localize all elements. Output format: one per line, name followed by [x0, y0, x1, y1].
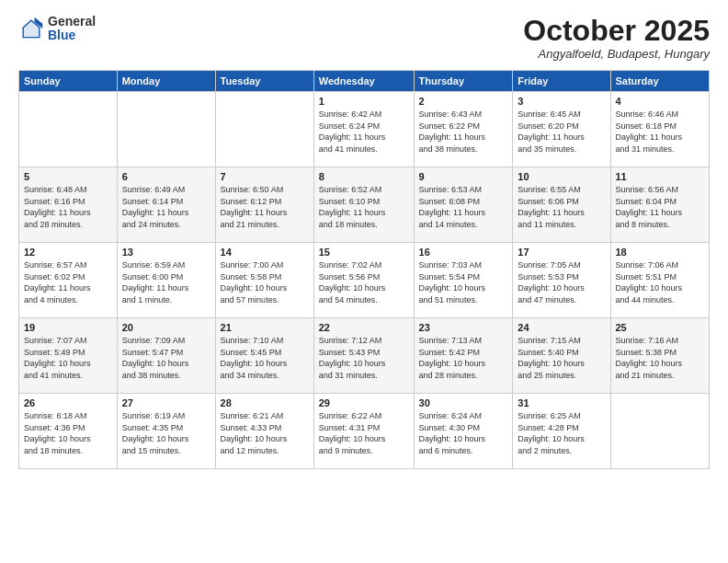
day-info: Sunrise: 7:07 AMSunset: 5:49 PMDaylight:…	[24, 335, 112, 381]
day-number: 23	[419, 322, 508, 333]
day-number: 30	[419, 397, 508, 408]
calendar-cell: 5Sunrise: 6:48 AMSunset: 6:16 PMDaylight…	[19, 167, 118, 243]
day-number: 24	[518, 322, 605, 333]
day-info: Sunrise: 6:59 AMSunset: 6:00 PMDaylight:…	[122, 259, 210, 305]
day-info: Sunrise: 7:06 AMSunset: 5:51 PMDaylight:…	[616, 259, 705, 305]
calendar-cell: 30Sunrise: 6:24 AMSunset: 4:30 PMDayligh…	[414, 394, 513, 469]
calendar-cell	[117, 92, 215, 167]
calendar-cell: 22Sunrise: 7:12 AMSunset: 5:43 PMDayligh…	[313, 318, 414, 394]
week-row-5: 26Sunrise: 6:18 AMSunset: 4:36 PMDayligh…	[19, 394, 710, 469]
day-number: 8	[319, 171, 409, 182]
calendar-cell: 13Sunrise: 6:59 AMSunset: 6:00 PMDayligh…	[117, 243, 215, 318]
calendar-cell	[610, 394, 710, 469]
day-info: Sunrise: 6:48 AMSunset: 6:16 PMDaylight:…	[24, 184, 112, 230]
calendar-cell: 12Sunrise: 6:57 AMSunset: 6:02 PMDayligh…	[19, 243, 118, 318]
calendar-cell: 18Sunrise: 7:06 AMSunset: 5:51 PMDayligh…	[610, 243, 710, 318]
calendar-cell: 8Sunrise: 6:52 AMSunset: 6:10 PMDaylight…	[313, 167, 414, 243]
day-number: 17	[518, 247, 605, 258]
day-number: 20	[122, 322, 210, 333]
week-row-3: 12Sunrise: 6:57 AMSunset: 6:02 PMDayligh…	[19, 243, 710, 318]
col-friday: Friday	[513, 71, 610, 92]
day-info: Sunrise: 6:43 AMSunset: 6:22 PMDaylight:…	[419, 109, 508, 155]
day-info: Sunrise: 6:53 AMSunset: 6:08 PMDaylight:…	[419, 184, 508, 230]
day-info: Sunrise: 6:52 AMSunset: 6:10 PMDaylight:…	[319, 184, 409, 230]
calendar-cell: 26Sunrise: 6:18 AMSunset: 4:36 PMDayligh…	[19, 394, 118, 469]
day-info: Sunrise: 7:02 AMSunset: 5:56 PMDaylight:…	[319, 259, 409, 305]
calendar-header-row: Sunday Monday Tuesday Wednesday Thursday…	[19, 71, 710, 92]
calendar-cell: 20Sunrise: 7:09 AMSunset: 5:47 PMDayligh…	[117, 318, 215, 394]
col-tuesday: Tuesday	[215, 71, 313, 92]
day-number: 6	[122, 171, 210, 182]
day-number: 25	[616, 322, 705, 333]
header: General Blue October 2025 Angyalfoeld, B…	[18, 15, 710, 61]
day-number: 7	[221, 171, 309, 182]
calendar-cell: 9Sunrise: 6:53 AMSunset: 6:08 PMDaylight…	[414, 167, 513, 243]
day-number: 1	[319, 96, 409, 107]
calendar-cell: 15Sunrise: 7:02 AMSunset: 5:56 PMDayligh…	[313, 243, 414, 318]
calendar-cell: 17Sunrise: 7:05 AMSunset: 5:53 PMDayligh…	[513, 243, 610, 318]
week-row-2: 5Sunrise: 6:48 AMSunset: 6:16 PMDaylight…	[19, 167, 710, 243]
calendar-cell: 4Sunrise: 6:46 AMSunset: 6:18 PMDaylight…	[610, 92, 710, 167]
col-monday: Monday	[117, 71, 215, 92]
calendar-cell: 31Sunrise: 6:25 AMSunset: 4:28 PMDayligh…	[513, 394, 610, 469]
day-info: Sunrise: 7:05 AMSunset: 5:53 PMDaylight:…	[518, 259, 605, 305]
calendar-cell: 23Sunrise: 7:13 AMSunset: 5:42 PMDayligh…	[414, 318, 513, 394]
day-info: Sunrise: 7:16 AMSunset: 5:38 PMDaylight:…	[616, 335, 705, 381]
day-number: 9	[419, 171, 508, 182]
day-info: Sunrise: 6:50 AMSunset: 6:12 PMDaylight:…	[221, 184, 309, 230]
day-info: Sunrise: 7:13 AMSunset: 5:42 PMDaylight:…	[419, 335, 508, 381]
day-info: Sunrise: 6:21 AMSunset: 4:33 PMDaylight:…	[221, 410, 309, 456]
day-info: Sunrise: 6:18 AMSunset: 4:36 PMDaylight:…	[24, 410, 112, 456]
week-row-4: 19Sunrise: 7:07 AMSunset: 5:49 PMDayligh…	[19, 318, 710, 394]
calendar-table: Sunday Monday Tuesday Wednesday Thursday…	[18, 70, 710, 469]
calendar-cell: 29Sunrise: 6:22 AMSunset: 4:31 PMDayligh…	[313, 394, 414, 469]
logo-icon	[18, 16, 44, 41]
day-info: Sunrise: 6:25 AMSunset: 4:28 PMDaylight:…	[518, 410, 605, 456]
day-number: 5	[24, 171, 112, 182]
calendar-cell: 10Sunrise: 6:55 AMSunset: 6:06 PMDayligh…	[513, 167, 610, 243]
day-number: 28	[221, 397, 309, 408]
day-number: 14	[221, 247, 309, 258]
calendar-cell: 7Sunrise: 6:50 AMSunset: 6:12 PMDaylight…	[215, 167, 313, 243]
col-sunday: Sunday	[19, 71, 118, 92]
day-number: 26	[24, 397, 112, 408]
day-info: Sunrise: 6:42 AMSunset: 6:24 PMDaylight:…	[319, 109, 409, 155]
page: General Blue October 2025 Angyalfoeld, B…	[0, 0, 728, 563]
day-info: Sunrise: 7:10 AMSunset: 5:45 PMDaylight:…	[221, 335, 309, 381]
calendar-cell: 11Sunrise: 6:56 AMSunset: 6:04 PMDayligh…	[610, 167, 710, 243]
day-info: Sunrise: 7:12 AMSunset: 5:43 PMDaylight:…	[319, 335, 409, 381]
day-info: Sunrise: 6:57 AMSunset: 6:02 PMDaylight:…	[24, 259, 112, 305]
logo-text: General Blue	[48, 15, 96, 43]
day-info: Sunrise: 7:00 AMSunset: 5:58 PMDaylight:…	[221, 259, 309, 305]
day-info: Sunrise: 7:15 AMSunset: 5:40 PMDaylight:…	[518, 335, 605, 381]
day-info: Sunrise: 6:55 AMSunset: 6:06 PMDaylight:…	[518, 184, 605, 230]
day-number: 21	[221, 322, 309, 333]
day-number: 22	[319, 322, 409, 333]
calendar-cell: 14Sunrise: 7:00 AMSunset: 5:58 PMDayligh…	[215, 243, 313, 318]
calendar-cell: 21Sunrise: 7:10 AMSunset: 5:45 PMDayligh…	[215, 318, 313, 394]
day-number: 10	[518, 171, 605, 182]
day-info: Sunrise: 6:22 AMSunset: 4:31 PMDaylight:…	[319, 410, 409, 456]
logo-general-text: General	[48, 15, 96, 29]
calendar-cell: 27Sunrise: 6:19 AMSunset: 4:35 PMDayligh…	[117, 394, 215, 469]
day-number: 19	[24, 322, 112, 333]
day-info: Sunrise: 6:24 AMSunset: 4:30 PMDaylight:…	[419, 410, 508, 456]
calendar-cell: 19Sunrise: 7:07 AMSunset: 5:49 PMDayligh…	[19, 318, 118, 394]
day-number: 4	[616, 96, 705, 107]
location-text: Angyalfoeld, Budapest, Hungary	[523, 47, 710, 61]
month-title: October 2025	[523, 15, 710, 47]
logo-blue-text: Blue	[48, 29, 96, 42]
col-saturday: Saturday	[610, 71, 710, 92]
day-info: Sunrise: 6:19 AMSunset: 4:35 PMDaylight:…	[122, 410, 210, 456]
logo: General Blue	[18, 15, 96, 43]
title-block: October 2025 Angyalfoeld, Budapest, Hung…	[523, 15, 710, 61]
calendar-cell: 16Sunrise: 7:03 AMSunset: 5:54 PMDayligh…	[414, 243, 513, 318]
calendar-cell: 28Sunrise: 6:21 AMSunset: 4:33 PMDayligh…	[215, 394, 313, 469]
day-number: 29	[319, 397, 409, 408]
day-number: 27	[122, 397, 210, 408]
day-info: Sunrise: 6:49 AMSunset: 6:14 PMDaylight:…	[122, 184, 210, 230]
day-info: Sunrise: 6:45 AMSunset: 6:20 PMDaylight:…	[518, 109, 605, 155]
calendar-cell: 3Sunrise: 6:45 AMSunset: 6:20 PMDaylight…	[513, 92, 610, 167]
day-number: 3	[518, 96, 605, 107]
calendar-cell: 24Sunrise: 7:15 AMSunset: 5:40 PMDayligh…	[513, 318, 610, 394]
